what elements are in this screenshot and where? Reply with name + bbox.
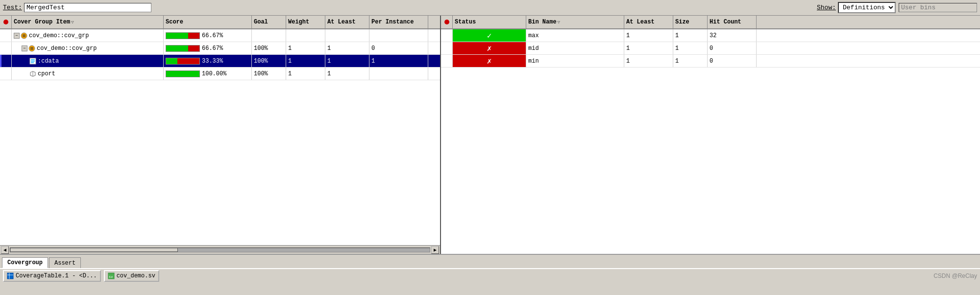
score-bar-container: [166, 70, 200, 77]
lh-goal: Goal: [252, 16, 286, 28]
table-row[interactable]: ✗ mid 1 1 0: [441, 42, 980, 55]
row-atleast: 1: [624, 55, 673, 67]
header-red-dot: [3, 20, 8, 24]
row-weight: 1: [286, 68, 325, 80]
row-binname: mid: [526, 42, 624, 54]
table-row[interactable]: − cov_demo::cov_grp: [0, 42, 440, 55]
sort-icon-name: ▽: [71, 20, 74, 25]
row-perinstance: 0: [369, 42, 428, 54]
cport-icon: [29, 70, 36, 77]
score-bar-container: [166, 32, 200, 39]
row-hitcount: 0: [708, 55, 757, 67]
userbins-input[interactable]: [899, 3, 977, 12]
row-indicator: [0, 55, 12, 67]
lh-indicator: [0, 16, 12, 28]
table-row[interactable]: − cov_demo::cov_grp: [0, 29, 440, 42]
show-label: Show:: [817, 4, 836, 11]
scroll-thumb[interactable]: [10, 248, 178, 252]
row-status: ✗: [453, 42, 526, 54]
row-indicator: [0, 42, 12, 54]
taskbar-item-label: CoverageTable.1 - <D...: [16, 272, 97, 279]
score-bar-container: [166, 45, 200, 52]
row-perinstance: [369, 68, 428, 80]
lh-atleast: At Least: [325, 16, 369, 28]
row-goal: 100%: [252, 68, 286, 80]
row-status: ✓: [453, 29, 526, 42]
table-row[interactable]: ✓ max 1 1 32: [441, 29, 980, 42]
score-bar-container: [166, 58, 200, 65]
row-name-text: cov_demo::cov_grp: [37, 45, 97, 52]
left-table-body[interactable]: − cov_demo::cov_grp: [0, 29, 440, 245]
row-indicator: [0, 68, 12, 80]
left-table-header: Cover Group Item ▽ Score Goal Weight At …: [0, 16, 440, 29]
test-label: Test:: [3, 4, 22, 11]
taskbar-item-sv[interactable]: sv cov_demo.sv: [104, 270, 159, 282]
row-weight: [286, 29, 325, 42]
rh-atleast: At Least: [624, 16, 673, 28]
taskbar-item-coverage[interactable]: CoverageTable.1 - <D...: [3, 270, 101, 282]
row-weight: 1: [286, 55, 325, 67]
table-row[interactable]: cport 100.00% 100% 1 1: [0, 68, 440, 80]
right-table-body[interactable]: ✓ max 1 1 32 ✗ mid 1 1 0: [441, 29, 980, 254]
scroll-track[interactable]: [10, 248, 430, 252]
right-panel: Status Bin Name ▽ At Least Size Hit Coun…: [441, 16, 980, 254]
table-row-selected[interactable]: :cdata 33.33% 100% 1 1 1: [0, 55, 440, 68]
row-size: 1: [673, 55, 708, 67]
taskbar-item-label: cov_demo.sv: [117, 272, 155, 279]
cdata-icon: [29, 58, 36, 65]
watermark: CSDN @ReClay: [933, 272, 977, 279]
row-atleast: [325, 29, 369, 42]
rh-status: Status: [453, 16, 526, 28]
row-goal: [252, 29, 286, 42]
lh-weight: Weight: [286, 16, 325, 28]
row-atleast: 1: [624, 42, 673, 54]
scroll-left-btn[interactable]: ◀: [1, 246, 9, 254]
lh-name: Cover Group Item ▽: [12, 16, 164, 28]
row-atleast: 1: [325, 55, 369, 67]
scroll-right-btn[interactable]: ▶: [431, 246, 439, 254]
sort-icon-binname: ▽: [558, 20, 560, 25]
score-text: 100.00%: [202, 70, 226, 77]
bottom-tabs: Covergroup Assert: [0, 254, 980, 268]
lh-score: Score: [164, 16, 252, 28]
row-atleast: 1: [624, 29, 673, 42]
left-scrollbar[interactable]: ◀ ▶: [0, 245, 440, 254]
row-goal: 100%: [252, 42, 286, 54]
row-name: cport: [12, 68, 164, 80]
group-icon: [21, 32, 27, 39]
row-score: 100.00%: [164, 68, 252, 80]
row-atleast: 1: [325, 42, 369, 54]
status-x-icon: ✗: [487, 56, 492, 66]
row-name-text: cport: [38, 70, 55, 77]
show-select[interactable]: Definitions User bins: [838, 2, 896, 13]
row-score: 33.33%: [164, 55, 252, 67]
row-score: 66.67%: [164, 29, 252, 42]
row-name-text: cov_demo::cov_grp: [29, 32, 89, 39]
row-perinstance: 1: [369, 55, 428, 67]
row-name: − cov_demo::cov_grp: [12, 29, 164, 42]
row-hitcount: 32: [708, 29, 757, 42]
row-name-text: :cdata: [38, 58, 59, 65]
expand-icon[interactable]: −: [22, 45, 27, 51]
score-text: 66.67%: [202, 45, 223, 52]
expand-icon[interactable]: −: [14, 33, 20, 39]
row-binname: min: [526, 55, 624, 67]
status-check-icon: ✓: [487, 31, 492, 41]
tab-covergroup[interactable]: Covergroup: [2, 257, 48, 268]
status-x-icon: ✗: [487, 44, 492, 53]
row-indicator: [0, 29, 12, 42]
left-panel: Cover Group Item ▽ Score Goal Weight At …: [0, 16, 441, 254]
lh-perinstance: Per Instance: [369, 16, 428, 28]
rh-indicator: [441, 16, 453, 28]
table-row[interactable]: ✗ min 1 1 0: [441, 55, 980, 68]
row-perinstance: [369, 29, 428, 42]
rh-hitcount: Hit Count: [708, 16, 757, 28]
test-input[interactable]: [24, 3, 151, 12]
tab-assert[interactable]: Assert: [49, 257, 81, 268]
taskbar: CoverageTable.1 - <D... sv cov_demo.sv C…: [0, 268, 980, 283]
right-table-header: Status Bin Name ▽ At Least Size Hit Coun…: [441, 16, 980, 29]
group-icon: [28, 45, 35, 52]
score-text: 33.33%: [202, 58, 223, 65]
table-icon: [7, 272, 14, 279]
sv-icon: sv: [108, 272, 115, 279]
